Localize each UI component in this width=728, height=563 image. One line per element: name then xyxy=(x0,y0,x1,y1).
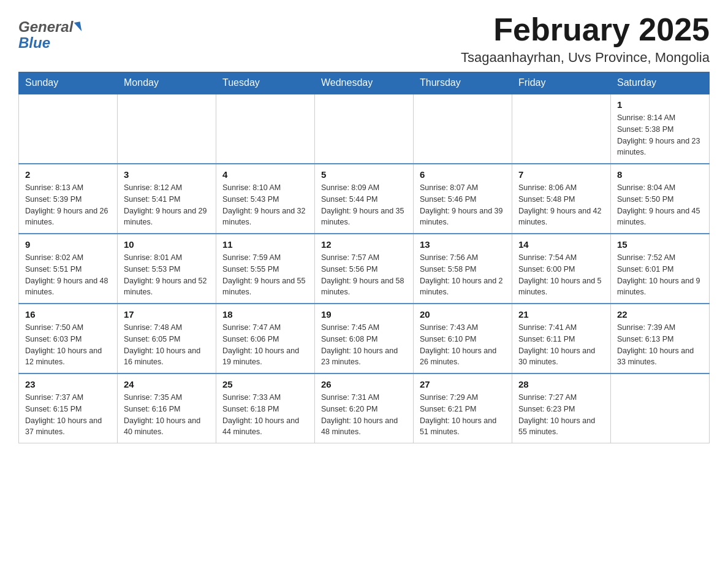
table-row: 12Sunrise: 7:57 AMSunset: 5:56 PMDayligh… xyxy=(315,234,414,304)
day-number: 19 xyxy=(321,309,407,320)
day-info-line: Sunrise: 8:01 AM xyxy=(124,253,182,262)
day-info-line: Sunrise: 7:47 AM xyxy=(222,323,281,332)
table-row: 16Sunrise: 7:50 AMSunset: 6:03 PMDayligh… xyxy=(19,304,118,373)
day-number: 2 xyxy=(25,169,111,180)
table-row: 28Sunrise: 7:27 AMSunset: 6:23 PMDayligh… xyxy=(512,373,611,443)
day-info-line: Daylight: 10 hours and 19 minutes. xyxy=(222,347,299,367)
day-info: Sunrise: 8:02 AMSunset: 5:51 PMDaylight:… xyxy=(25,252,111,298)
table-row: 22Sunrise: 7:39 AMSunset: 6:13 PMDayligh… xyxy=(611,304,710,373)
calendar-table: Sunday Monday Tuesday Wednesday Thursday… xyxy=(18,72,710,443)
day-info: Sunrise: 7:43 AMSunset: 6:10 PMDaylight:… xyxy=(420,322,506,368)
logo: General Blue xyxy=(18,12,81,52)
day-info-line: Daylight: 9 hours and 26 minutes. xyxy=(25,207,108,227)
day-info-line: Sunrise: 8:10 AM xyxy=(222,183,281,192)
day-info-line: Daylight: 10 hours and 16 minutes. xyxy=(124,347,200,367)
table-row: 18Sunrise: 7:47 AMSunset: 6:06 PMDayligh… xyxy=(216,304,315,373)
day-info-line: Daylight: 10 hours and 9 minutes. xyxy=(617,277,700,297)
page-subtitle: Tsagaanhayrhan, Uvs Province, Mongolia xyxy=(461,50,710,66)
calendar-header-row: Sunday Monday Tuesday Wednesday Thursday… xyxy=(19,72,710,94)
day-info: Sunrise: 7:59 AMSunset: 5:55 PMDaylight:… xyxy=(222,252,308,298)
day-info: Sunrise: 7:29 AMSunset: 6:21 PMDaylight:… xyxy=(420,392,506,438)
day-number: 28 xyxy=(518,379,604,389)
day-info-line: Sunset: 5:50 PM xyxy=(617,195,673,204)
calendar-week-row: 1Sunrise: 8:14 AMSunset: 5:38 PMDaylight… xyxy=(19,94,710,164)
table-row xyxy=(19,94,118,164)
day-number: 10 xyxy=(124,239,210,250)
table-row: 9Sunrise: 8:02 AMSunset: 5:51 PMDaylight… xyxy=(19,234,118,304)
day-number: 5 xyxy=(321,169,407,180)
table-row: 23Sunrise: 7:37 AMSunset: 6:15 PMDayligh… xyxy=(19,373,118,443)
table-row: 2Sunrise: 8:13 AMSunset: 5:39 PMDaylight… xyxy=(19,164,118,234)
title-block: February 2025 Tsagaanhayrhan, Uvs Provin… xyxy=(461,12,710,66)
day-info: Sunrise: 7:47 AMSunset: 6:06 PMDaylight:… xyxy=(222,322,308,368)
col-saturday: Saturday xyxy=(611,72,710,94)
day-info-line: Sunset: 6:16 PM xyxy=(124,405,180,413)
page-header: General Blue February 2025 Tsagaanhayrha… xyxy=(18,12,710,66)
day-info-line: Sunset: 6:13 PM xyxy=(617,335,673,343)
day-info-line: Sunset: 5:48 PM xyxy=(518,195,575,204)
day-info: Sunrise: 8:04 AMSunset: 5:50 PMDaylight:… xyxy=(617,182,703,228)
day-info-line: Sunrise: 7:56 AM xyxy=(420,253,478,262)
day-info-line: Sunrise: 7:50 AM xyxy=(25,323,83,332)
day-info-line: Sunset: 5:58 PM xyxy=(420,265,476,274)
day-info-line: Sunrise: 8:02 AM xyxy=(25,253,83,262)
day-info-line: Sunset: 5:38 PM xyxy=(617,125,673,134)
day-info-line: Sunrise: 8:06 AM xyxy=(518,183,577,192)
table-row: 27Sunrise: 7:29 AMSunset: 6:21 PMDayligh… xyxy=(414,373,512,443)
table-row: 10Sunrise: 8:01 AMSunset: 5:53 PMDayligh… xyxy=(118,234,216,304)
day-info-line: Sunrise: 7:59 AM xyxy=(222,253,281,262)
col-thursday: Thursday xyxy=(414,72,512,94)
day-info: Sunrise: 8:01 AMSunset: 5:53 PMDaylight:… xyxy=(124,252,210,298)
day-info-line: Sunset: 5:51 PM xyxy=(25,265,82,274)
day-info-line: Daylight: 10 hours and 55 minutes. xyxy=(518,416,595,437)
day-info: Sunrise: 7:41 AMSunset: 6:11 PMDaylight:… xyxy=(518,322,604,368)
day-info: Sunrise: 7:31 AMSunset: 6:20 PMDaylight:… xyxy=(321,392,407,438)
table-row xyxy=(216,94,315,164)
day-info: Sunrise: 8:12 AMSunset: 5:41 PMDaylight:… xyxy=(124,182,210,228)
day-number: 14 xyxy=(518,239,604,250)
day-info-line: Sunrise: 7:31 AM xyxy=(321,393,379,402)
day-number: 13 xyxy=(420,239,506,250)
day-number: 20 xyxy=(420,309,506,320)
day-number: 11 xyxy=(222,239,308,250)
day-info-line: Daylight: 10 hours and 2 minutes. xyxy=(420,277,503,297)
day-info: Sunrise: 7:33 AMSunset: 6:18 PMDaylight:… xyxy=(222,392,308,438)
day-info: Sunrise: 7:52 AMSunset: 6:01 PMDaylight:… xyxy=(617,252,703,298)
day-number: 1 xyxy=(617,99,703,110)
day-info-line: Daylight: 10 hours and 23 minutes. xyxy=(321,347,398,367)
day-info-line: Sunrise: 7:27 AM xyxy=(518,393,577,402)
day-info-line: Sunrise: 8:12 AM xyxy=(124,183,182,192)
logo-general: General xyxy=(18,18,73,36)
day-info: Sunrise: 7:48 AMSunset: 6:05 PMDaylight:… xyxy=(124,322,210,368)
day-number: 21 xyxy=(518,309,604,320)
day-number: 16 xyxy=(25,309,111,320)
day-info: Sunrise: 8:10 AMSunset: 5:43 PMDaylight:… xyxy=(222,182,308,228)
day-info-line: Sunset: 5:44 PM xyxy=(321,195,377,204)
day-number: 4 xyxy=(222,169,308,180)
day-info-line: Daylight: 9 hours and 55 minutes. xyxy=(222,277,306,297)
day-info-line: Sunrise: 7:39 AM xyxy=(617,323,675,332)
table-row: 19Sunrise: 7:45 AMSunset: 6:08 PMDayligh… xyxy=(315,304,414,373)
day-info-line: Sunset: 6:06 PM xyxy=(222,335,279,343)
day-info-line: Sunrise: 7:43 AM xyxy=(420,323,478,332)
day-info: Sunrise: 7:56 AMSunset: 5:58 PMDaylight:… xyxy=(420,252,506,298)
day-info-line: Sunrise: 8:07 AM xyxy=(420,183,478,192)
day-info-line: Daylight: 9 hours and 29 minutes. xyxy=(124,207,207,227)
logo-triangle-icon xyxy=(74,21,82,32)
day-info-line: Daylight: 9 hours and 42 minutes. xyxy=(518,207,602,227)
table-row: 6Sunrise: 8:07 AMSunset: 5:46 PMDaylight… xyxy=(414,164,512,234)
day-info-line: Sunset: 6:20 PM xyxy=(321,405,377,413)
table-row: 3Sunrise: 8:12 AMSunset: 5:41 PMDaylight… xyxy=(118,164,216,234)
day-info-line: Sunset: 5:41 PM xyxy=(124,195,180,204)
col-friday: Friday xyxy=(512,72,611,94)
day-info-line: Daylight: 10 hours and 12 minutes. xyxy=(25,347,102,367)
day-info-line: Sunrise: 8:04 AM xyxy=(617,183,675,192)
day-info-line: Daylight: 10 hours and 44 minutes. xyxy=(222,416,299,437)
day-info-line: Sunset: 6:01 PM xyxy=(617,265,673,274)
day-info: Sunrise: 8:06 AMSunset: 5:48 PMDaylight:… xyxy=(518,182,604,228)
day-info-line: Sunrise: 7:35 AM xyxy=(124,393,182,402)
day-info-line: Sunrise: 8:14 AM xyxy=(617,113,675,122)
table-row: 20Sunrise: 7:43 AMSunset: 6:10 PMDayligh… xyxy=(414,304,512,373)
day-info-line: Daylight: 10 hours and 51 minutes. xyxy=(420,416,496,437)
day-info-line: Daylight: 10 hours and 40 minutes. xyxy=(124,416,200,437)
